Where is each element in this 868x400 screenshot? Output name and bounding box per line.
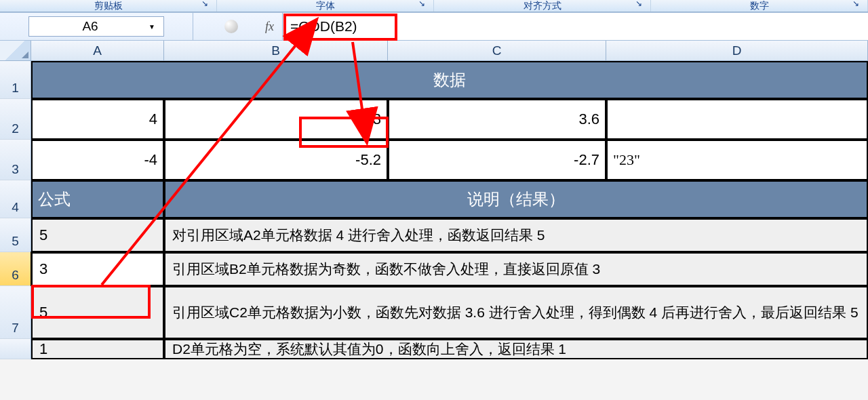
- cell-B3[interactable]: -5.2: [164, 140, 388, 180]
- cell-A7[interactable]: 5: [31, 286, 164, 339]
- row-header-1[interactable]: 1: [0, 61, 31, 99]
- formula-input[interactable]: =ODD(B2): [283, 13, 868, 40]
- name-box-text: A6: [35, 19, 146, 34]
- formula-bar-buttons: fx: [193, 13, 283, 40]
- cell-D3[interactable]: "23": [606, 140, 868, 180]
- ribbon-group-labels: 剪贴板↘ 字体↘ 对齐方式↘ 数字↘: [0, 0, 868, 12]
- cell-header-data[interactable]: 数据: [31, 61, 868, 99]
- spreadsheet-grid: 1 数据 2 4 3 3.6 3 -4 -5.2 -2.7 "23" 4 公式 …: [0, 61, 868, 359]
- col-header-C[interactable]: C: [388, 41, 606, 60]
- cell-A8[interactable]: 1: [31, 339, 164, 359]
- cell-A3[interactable]: -4: [31, 140, 164, 180]
- ribbon-group-alignment[interactable]: 对齐方式↘: [434, 0, 651, 12]
- cell-C3[interactable]: -2.7: [388, 140, 606, 180]
- column-headers: A B C D: [0, 41, 868, 61]
- chevron-down-icon[interactable]: ▼: [146, 23, 158, 31]
- select-all-corner[interactable]: [0, 41, 31, 60]
- col-header-A[interactable]: A: [31, 41, 164, 60]
- refresh-icon[interactable]: [224, 20, 238, 33]
- row-header-6[interactable]: 6: [0, 252, 31, 286]
- ribbon-group-number[interactable]: 数字↘: [651, 0, 868, 12]
- cell-D2[interactable]: [606, 99, 868, 140]
- formula-bar: A6 ▼ fx =ODD(B2): [0, 12, 868, 41]
- row-header-3[interactable]: 3: [0, 140, 31, 180]
- cell-A4[interactable]: 公式: [31, 180, 164, 218]
- row-header-8[interactable]: [0, 339, 31, 359]
- cell-C2[interactable]: 3.6: [388, 99, 606, 140]
- dialog-launcher-icon[interactable]: ↘: [200, 0, 210, 8]
- row-header-5[interactable]: 5: [0, 218, 31, 252]
- ribbon-group-clipboard[interactable]: 剪贴板↘: [0, 0, 217, 12]
- cell-desc-6[interactable]: 引用区域B2单元格数据为奇数，函数不做舍入处理，直接返回原值 3: [164, 252, 868, 286]
- dialog-launcher-icon[interactable]: ↘: [634, 0, 644, 8]
- row-header-4[interactable]: 4: [0, 180, 31, 218]
- row-header-7[interactable]: 7: [0, 286, 31, 339]
- cell-A5[interactable]: 5: [31, 218, 164, 252]
- cell-BCD4[interactable]: 说明（结果）: [164, 180, 868, 218]
- dialog-launcher-icon[interactable]: ↘: [851, 0, 861, 8]
- col-header-B[interactable]: B: [164, 41, 388, 60]
- row-header-2[interactable]: 2: [0, 99, 31, 140]
- name-box[interactable]: A6 ▼: [28, 16, 164, 37]
- dialog-launcher-icon[interactable]: ↘: [417, 0, 427, 8]
- col-header-D[interactable]: D: [606, 41, 868, 60]
- cell-desc-8[interactable]: D2单元格为空，系统默认其值为0，函数向上舍入，返回结果 1: [164, 339, 868, 359]
- cell-desc-7[interactable]: 引用区域C2单元格数据为小数，函数先对数据 3.6 进行舍入处理，得到偶数 4 …: [164, 286, 868, 339]
- cell-A2[interactable]: 4: [31, 99, 164, 140]
- cell-A6[interactable]: 3: [31, 252, 164, 286]
- cell-B2[interactable]: 3: [164, 99, 388, 140]
- fx-icon[interactable]: fx: [265, 20, 274, 34]
- ribbon-group-font[interactable]: 字体↘: [217, 0, 434, 12]
- formula-text: =ODD(B2): [290, 18, 357, 35]
- cell-desc-5[interactable]: 对引用区域A2单元格数据 4 进行舍入处理，函数返回结果 5: [164, 218, 868, 252]
